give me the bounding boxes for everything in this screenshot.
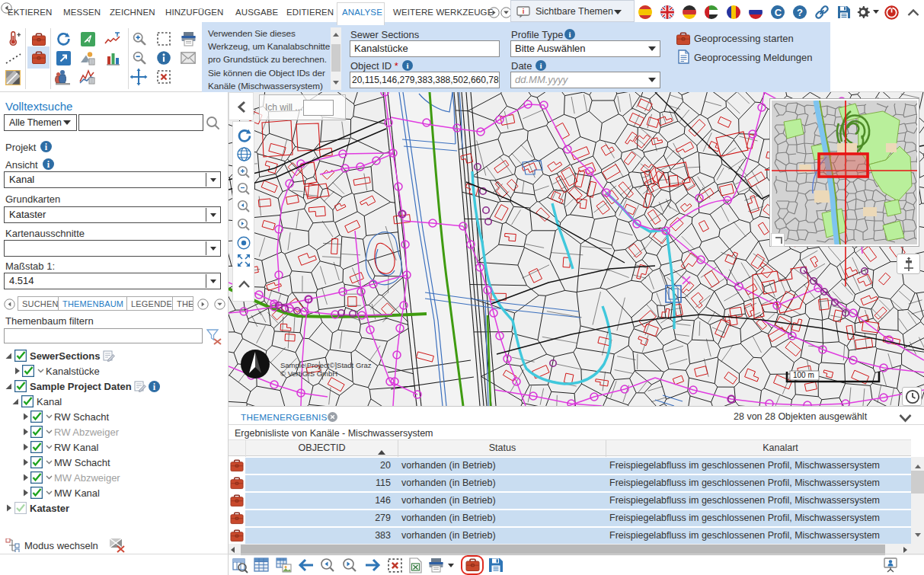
svg-text:i: i <box>539 61 542 70</box>
svg-text:i: i <box>568 30 571 39</box>
svg-text:i: i <box>406 61 408 70</box>
svg-text:Sample Project©]Stadt Graz: Sample Project©]Stadt Graz <box>280 361 372 369</box>
svg-text:© VertiGIS GmbH: © VertiGIS GmbH <box>280 369 337 378</box>
svg-text:100 m: 100 m <box>793 371 814 379</box>
svg-text:?: ? <box>797 7 803 18</box>
svg-text:C: C <box>775 7 782 18</box>
svg-text:i: i <box>523 7 525 15</box>
